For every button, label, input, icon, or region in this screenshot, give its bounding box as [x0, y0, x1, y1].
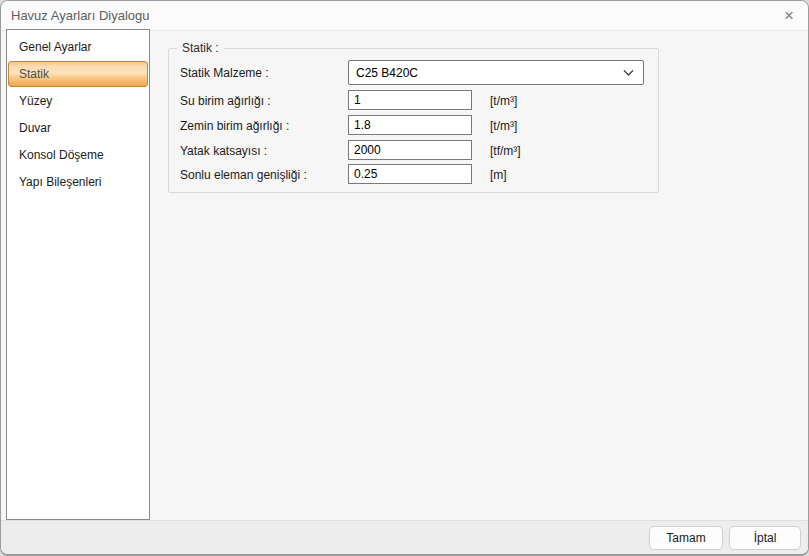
group-box-title: Statik : — [177, 41, 224, 55]
water-unit-weight-label: Su birim ağırlığı : — [180, 94, 271, 108]
soil-unit-weight-input[interactable] — [348, 115, 472, 135]
bedding-coefficient-unit: [tf/m³] — [490, 144, 521, 158]
settings-category-list: Genel Ayarlar Statik Yüzey Duvar Konsol … — [6, 29, 150, 520]
bedding-coefficient-row: Yatak katsayısı : [tf/m³] — [169, 140, 658, 160]
ok-button[interactable]: Tamam — [649, 526, 723, 550]
soil-unit-weight-row: Zemin birim ağırlığı : [t/m³] — [169, 115, 658, 135]
statik-group-box: Statik : Statik Malzeme : C25 B420C Su b… — [168, 48, 659, 193]
finite-element-width-label: Sonlu eleman genişliği : — [180, 168, 307, 182]
bedding-coefficient-input[interactable] — [348, 140, 472, 160]
material-dropdown-value: C25 B420C — [356, 66, 418, 80]
water-unit-weight-unit: [t/m³] — [490, 94, 517, 108]
close-icon[interactable]: × — [777, 4, 801, 28]
finite-element-width-input[interactable] — [348, 164, 472, 184]
material-row: Statik Malzeme : C25 B420C — [169, 60, 658, 85]
window-title: Havuz Ayarları Diyalogu — [11, 8, 150, 23]
water-unit-weight-row: Su birim ağırlığı : [t/m³] — [169, 90, 658, 110]
material-dropdown[interactable]: C25 B420C — [348, 60, 644, 85]
water-unit-weight-input[interactable] — [348, 90, 472, 110]
pool-settings-dialog: Havuz Ayarları Diyalogu × Genel Ayarlar … — [0, 0, 809, 556]
title-bar: Havuz Ayarları Diyalogu × — [1, 1, 808, 31]
sidebar-item-yapi-bilesenleri[interactable]: Yapı Bileşenleri — [8, 169, 148, 195]
sidebar-item-konsol-doseme[interactable]: Konsol Döşeme — [8, 142, 148, 168]
bedding-coefficient-label: Yatak katsayısı : — [180, 144, 267, 158]
sidebar-item-genel-ayarlar[interactable]: Genel Ayarlar — [8, 34, 148, 60]
soil-unit-weight-label: Zemin birim ağırlığı : — [180, 119, 289, 133]
finite-element-width-unit: [m] — [490, 168, 507, 182]
material-label: Statik Malzeme : — [180, 66, 269, 80]
soil-unit-weight-unit: [t/m³] — [490, 119, 517, 133]
finite-element-width-row: Sonlu eleman genişliği : [m] — [169, 164, 658, 184]
cancel-button[interactable]: İptal — [729, 526, 801, 550]
chevron-down-icon — [623, 69, 634, 77]
sidebar-item-yuzey[interactable]: Yüzey — [8, 88, 148, 114]
sidebar-item-duvar[interactable]: Duvar — [8, 115, 148, 141]
dialog-footer: Tamam İptal — [1, 520, 808, 554]
sidebar-item-statik[interactable]: Statik — [8, 61, 148, 87]
